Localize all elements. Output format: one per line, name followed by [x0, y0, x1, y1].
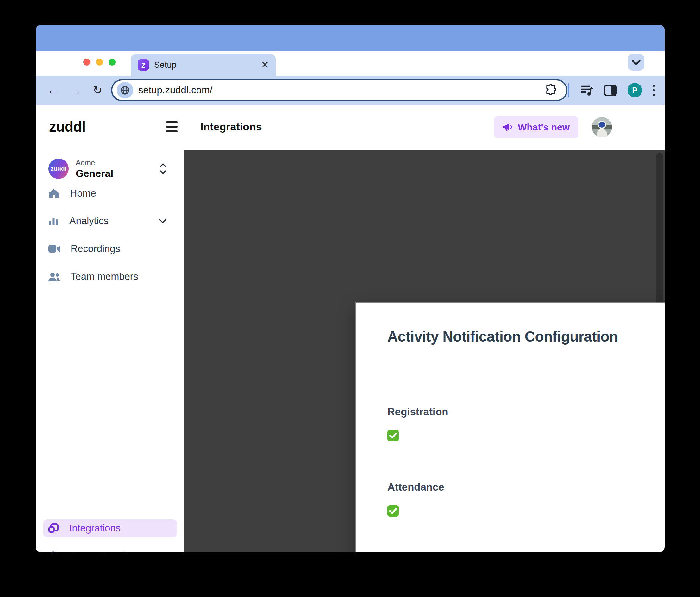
browser-profile-avatar[interactable]: P — [627, 83, 642, 98]
close-window-button[interactable] — [83, 58, 90, 66]
back-button[interactable]: ← — [47, 83, 58, 97]
chevron-down-icon[interactable] — [159, 219, 166, 223]
side-panel-icon[interactable] — [604, 84, 617, 96]
sidebar-item-label: Recordings — [71, 243, 120, 254]
attendance-label: Attendance — [388, 481, 444, 493]
workspace-name: General — [76, 168, 113, 179]
zuddl-logo: zuddl — [49, 118, 85, 135]
whats-new-label: What's new — [518, 122, 570, 133]
minimize-window-button[interactable] — [96, 58, 103, 66]
workspace-org: Acme — [76, 158, 113, 167]
browser-window: z Setup ✕ ← → ↻ setup.zuddl.com/ P — [36, 25, 665, 552]
registration-label: Registration — [388, 406, 448, 418]
sidebar-item-home[interactable]: Home — [48, 184, 175, 202]
whats-new-button[interactable]: What's new — [494, 117, 578, 138]
browser-tab[interactable]: z Setup ✕ — [131, 54, 276, 76]
sidebar-item-general-settings[interactable]: General settings — [48, 547, 175, 552]
extensions-icon[interactable] — [544, 84, 557, 97]
sidebar-item-label: Team members — [71, 271, 138, 282]
reload-button[interactable]: ↻ — [93, 83, 102, 97]
zuddl-favicon-icon: z — [138, 59, 149, 71]
tab-close-icon[interactable]: ✕ — [261, 60, 269, 69]
browser-titlebar — [36, 25, 665, 51]
sidebar-item-label: Home — [70, 188, 96, 199]
checkbox-check-icon — [389, 508, 397, 514]
page-title: Integrations — [200, 121, 262, 133]
sidebar: zuddl Acme General Home Analytics — [36, 150, 184, 552]
playlist-music-icon[interactable] — [580, 84, 593, 97]
activity-notification-modal: Activity Notification Configuration Regi… — [356, 303, 665, 552]
browser-menu-icon[interactable] — [653, 84, 655, 96]
site-info-globe-icon[interactable] — [117, 82, 133, 98]
forward-button[interactable]: → — [70, 83, 81, 97]
team-members-icon — [48, 272, 60, 281]
maximize-window-button[interactable] — [108, 58, 116, 66]
modal-title: Activity Notification Configuration — [388, 328, 618, 345]
tab-search-chevron-button[interactable] — [628, 54, 644, 71]
gear-icon — [48, 550, 59, 552]
attendance-checkbox[interactable] — [388, 505, 399, 517]
user-avatar[interactable] — [592, 117, 612, 138]
analytics-icon — [48, 216, 58, 226]
integrations-icon — [48, 523, 58, 533]
workspace-logo: zuddl — [48, 158, 69, 179]
workspace-selector[interactable]: zuddl Acme General — [48, 158, 175, 180]
app-header: zuddl Integrations What's new — [36, 105, 665, 150]
screenshot-stage: z Setup ✕ ← → ↻ setup.zuddl.com/ P — [0, 0, 700, 597]
sidebar-item-team-members[interactable]: Team members — [48, 268, 175, 285]
sidebar-item-recordings[interactable]: Recordings — [48, 240, 175, 258]
megaphone-icon — [502, 123, 513, 132]
tab-title: Setup — [154, 60, 177, 70]
toolbar-divider — [568, 83, 569, 97]
sidebar-toggle-hamburger-icon[interactable] — [166, 121, 177, 132]
video-camera-icon — [48, 244, 60, 253]
sidebar-item-label: Analytics — [69, 215, 108, 227]
toolbar-actions: P — [544, 76, 655, 105]
sidebar-item-label: Integrations — [69, 523, 121, 534]
url-text: setup.zuddl.com/ — [138, 84, 212, 96]
sidebar-item-integrations[interactable]: Integrations — [43, 519, 177, 537]
home-icon — [48, 188, 59, 198]
sidebar-item-analytics[interactable]: Analytics — [48, 212, 175, 230]
checkbox-check-icon — [389, 433, 397, 439]
workspace-expand-icon[interactable] — [160, 163, 166, 174]
dim-overlay: Slack + Salesforce Installed View detail… — [184, 150, 665, 552]
registration-checkbox[interactable] — [388, 430, 399, 441]
sidebar-item-label: General settings — [70, 550, 142, 552]
address-bar[interactable]: setup.zuddl.com/ — [111, 79, 568, 101]
